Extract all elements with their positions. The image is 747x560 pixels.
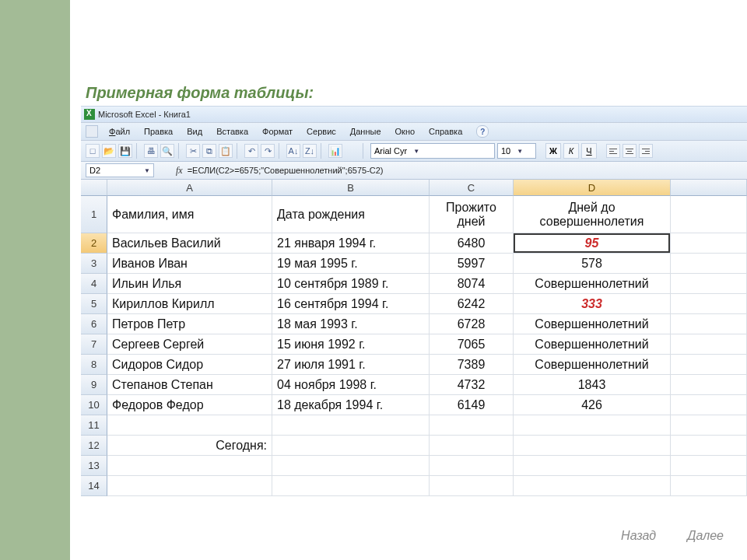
cell[interactable]: Федоров Федор — [107, 395, 272, 415]
menu-format[interactable]: Формат — [256, 125, 299, 138]
cell[interactable] — [514, 456, 671, 476]
fx-icon[interactable]: fx — [176, 165, 183, 177]
cell[interactable]: 1843 — [514, 375, 671, 395]
row-header[interactable]: 9 — [81, 375, 107, 395]
cell[interactable]: Кириллов Кирилл — [107, 294, 272, 314]
align-center-icon[interactable] — [622, 144, 637, 158]
cell[interactable]: 5997 — [430, 254, 514, 274]
cell[interactable]: 6728 — [430, 314, 514, 334]
cell[interactable]: Совершеннолетний — [514, 314, 671, 334]
menu-insert[interactable]: Вставка — [210, 125, 254, 138]
italic-button[interactable]: К — [563, 143, 579, 159]
cell[interactable]: Ильин Илья — [107, 274, 272, 294]
cell[interactable]: 578 — [514, 254, 671, 274]
column-header-d[interactable]: D — [514, 180, 671, 196]
cell[interactable]: 27 июля 1991 г. — [272, 355, 430, 375]
header-cell-empty[interactable] — [671, 196, 747, 233]
cell[interactable]: Сегодня: — [107, 436, 272, 456]
save-icon[interactable]: 💾 — [118, 144, 132, 158]
menu-help[interactable]: Справка — [423, 125, 468, 138]
row-header[interactable]: 6 — [81, 314, 107, 334]
header-cell-days-lived[interactable]: Прожито дней — [430, 196, 514, 233]
cell[interactable]: 04 ноября 1998 г. — [272, 375, 430, 395]
cell[interactable]: 18 мая 1993 г. — [272, 314, 430, 334]
row-header-1[interactable]: 1 — [81, 196, 107, 233]
column-header-c[interactable]: C — [430, 180, 514, 196]
cell[interactable]: 333 — [514, 294, 671, 314]
row-header[interactable]: 3 — [81, 254, 107, 274]
cell[interactable] — [671, 456, 747, 476]
undo-icon[interactable]: ↶ — [244, 144, 258, 158]
nav-next-link[interactable]: Далее — [687, 529, 724, 543]
open-file-icon[interactable]: 📂 — [102, 144, 116, 158]
cell[interactable] — [430, 456, 514, 476]
print-icon[interactable]: 🖶 — [144, 144, 158, 158]
cell[interactable]: 6242 — [430, 294, 514, 314]
menu-data[interactable]: Данные — [344, 125, 388, 138]
cell[interactable]: Васильев Василий — [107, 233, 272, 254]
redo-icon[interactable]: ↷ — [261, 144, 275, 158]
cut-icon[interactable]: ✂ — [186, 144, 200, 158]
cell[interactable]: Иванов Иван — [107, 254, 272, 274]
bold-button[interactable]: Ж — [545, 143, 561, 159]
row-header[interactable]: 12 — [81, 436, 107, 456]
cell[interactable]: Петров Петр — [107, 314, 272, 334]
cell[interactable]: 95 — [514, 233, 671, 254]
cell[interactable] — [272, 436, 430, 456]
row-header[interactable]: 2 — [81, 233, 107, 254]
header-cell-days-to-adult[interactable]: Дней до совершеннолетия — [514, 196, 671, 233]
menu-edit[interactable]: Правка — [138, 125, 179, 138]
cell[interactable] — [107, 476, 272, 496]
paste-icon[interactable]: 📋 — [219, 144, 233, 158]
cell[interactable]: Совершеннолетний — [514, 274, 671, 294]
cell[interactable] — [671, 415, 747, 436]
cell[interactable] — [514, 415, 671, 436]
cell[interactable] — [272, 476, 430, 496]
cell[interactable] — [671, 355, 747, 375]
cell[interactable] — [671, 233, 747, 254]
cell[interactable]: 18 декабря 1994 г. — [272, 395, 430, 415]
cell[interactable]: 16 сентября 1994 г. — [272, 294, 430, 314]
nav-back-link[interactable]: Назад — [621, 529, 656, 543]
row-header[interactable]: 5 — [81, 294, 107, 314]
select-all-corner[interactable] — [81, 180, 107, 196]
row-header[interactable]: 14 — [81, 476, 107, 496]
cell[interactable] — [671, 476, 747, 496]
formula-text[interactable]: =ЕСЛИ(C2>=6575;"Совершеннолетний";6575-C… — [188, 166, 384, 175]
cell[interactable]: Сидоров Сидор — [107, 355, 272, 375]
cell[interactable] — [430, 436, 514, 456]
header-cell-dob[interactable]: Дата рождения — [272, 196, 430, 233]
cell[interactable]: Совершеннолетний — [514, 355, 671, 375]
font-size-combo[interactable]: 10▼ — [497, 143, 536, 159]
cell[interactable] — [671, 375, 747, 395]
header-cell-name[interactable]: Фамилия, имя — [107, 196, 272, 233]
row-header[interactable]: 10 — [81, 395, 107, 415]
cell[interactable]: 7065 — [430, 334, 514, 355]
align-left-icon[interactable] — [606, 144, 620, 158]
underline-button[interactable]: Ч — [581, 143, 597, 159]
cell[interactable]: Совершеннолетний — [514, 334, 671, 355]
font-name-combo[interactable]: Arial Cyr▼ — [370, 143, 495, 159]
cell[interactable] — [671, 395, 747, 415]
cell[interactable]: 6149 — [430, 395, 514, 415]
cell[interactable] — [671, 436, 747, 456]
cell[interactable]: 4732 — [430, 375, 514, 395]
cell[interactable] — [671, 314, 747, 334]
row-header[interactable]: 7 — [81, 334, 107, 355]
cell[interactable]: 426 — [514, 395, 671, 415]
cell[interactable]: 7389 — [430, 355, 514, 375]
cell[interactable] — [430, 476, 514, 496]
column-header-e[interactable] — [671, 180, 747, 196]
align-right-icon[interactable] — [639, 144, 653, 158]
column-header-a[interactable]: A — [107, 180, 272, 196]
sort-asc-icon[interactable]: A↓ — [286, 144, 300, 158]
cell[interactable]: 10 сентября 1989 г. — [272, 274, 430, 294]
copy-icon[interactable]: ⧉ — [202, 144, 216, 158]
cell[interactable] — [107, 456, 272, 476]
menu-file[interactable]: Файл — [103, 125, 136, 138]
menu-tools[interactable]: Сервис — [300, 125, 342, 138]
cell[interactable]: 6480 — [430, 233, 514, 254]
sort-desc-icon[interactable]: Z↓ — [303, 144, 317, 158]
print-preview-icon[interactable]: 🔍 — [160, 144, 174, 158]
name-box[interactable]: D2▼ — [86, 163, 154, 177]
